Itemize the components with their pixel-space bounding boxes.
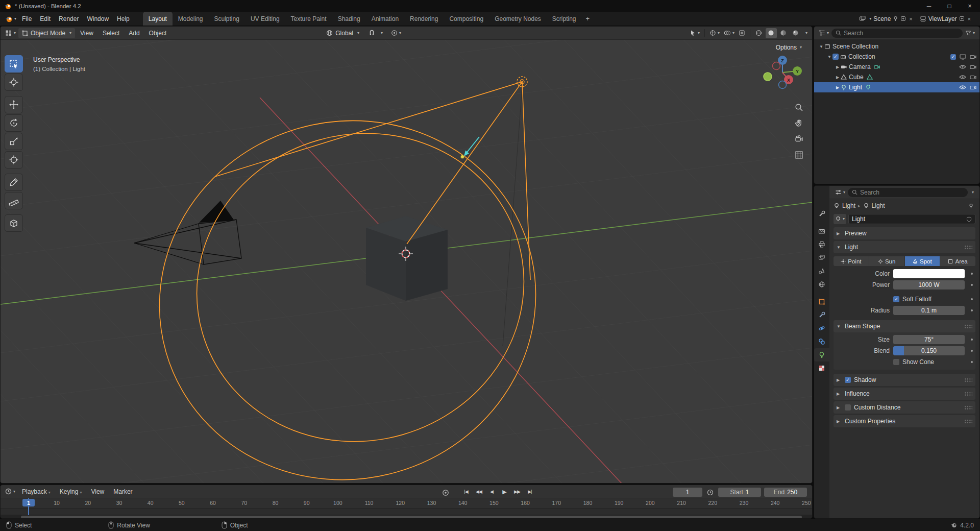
panel-shadow[interactable]: ▶ ✓ Shadow xyxy=(834,374,975,386)
disclosure-triangle-icon[interactable]: ▼ xyxy=(826,55,832,59)
hide-render-icon[interactable] xyxy=(970,54,976,60)
show-gizmo-dropdown[interactable]: ▾ xyxy=(708,28,721,38)
timeline-scrollbar[interactable] xyxy=(1,515,812,519)
tool-cursor[interactable] xyxy=(5,74,23,91)
tool-scale[interactable] xyxy=(5,133,23,150)
tab-output[interactable] xyxy=(814,238,829,251)
properties-search-input[interactable]: Search xyxy=(848,188,968,197)
workspace-tab-compositing[interactable]: Compositing xyxy=(444,12,489,26)
workspace-tab-shading[interactable]: Shading xyxy=(332,12,366,26)
remove-viewlayer-icon[interactable]: × xyxy=(967,16,972,22)
tool-select-box[interactable] xyxy=(5,55,23,73)
editor-type-button[interactable]: ▾ xyxy=(4,28,17,38)
add-workspace-button[interactable]: + xyxy=(582,12,594,26)
navigation-gizmo[interactable]: Z Y X xyxy=(759,47,806,94)
hide-render-icon[interactable] xyxy=(970,75,976,80)
workspace-tab-modeling[interactable]: Modeling xyxy=(173,12,209,26)
shading-rendered-button[interactable] xyxy=(790,28,801,38)
menu-edit[interactable]: Edit xyxy=(36,14,55,24)
outliner-search-input[interactable]: Search xyxy=(831,29,963,38)
power-field[interactable]: 1000 W xyxy=(893,280,965,289)
tab-render[interactable] xyxy=(814,225,829,238)
panel-custom-properties[interactable]: ▶ Custom Properties xyxy=(834,415,975,427)
end-frame-field[interactable]: End 250 xyxy=(764,488,807,497)
gizmo-z-negative[interactable] xyxy=(779,81,787,89)
minimize-button[interactable]: ─ xyxy=(919,0,939,12)
editor-type-button[interactable]: ▾ xyxy=(834,187,847,198)
editor-type-button[interactable]: ▾ xyxy=(817,28,830,38)
tab-texture[interactable] xyxy=(814,361,829,375)
outliner-row-cube[interactable]: ▶ Cube xyxy=(814,72,979,82)
shadow-checkbox[interactable]: ✓ xyxy=(845,377,851,383)
tab-scene[interactable] xyxy=(814,264,829,278)
fake-user-shield-icon[interactable] xyxy=(966,216,972,222)
mesh-data-icon[interactable] xyxy=(867,74,873,80)
panel-beam-shape[interactable]: ▼ Beam Shape xyxy=(834,320,975,332)
start-frame-field[interactable]: Start 1 xyxy=(718,488,761,497)
hide-viewport-icon[interactable] xyxy=(960,54,966,60)
workspace-tab-layout[interactable]: Layout xyxy=(143,12,173,26)
menu-help[interactable]: Help xyxy=(113,14,134,24)
panel-influence[interactable]: ▶ Influence xyxy=(834,388,975,400)
workspace-tab-texture-paint[interactable]: Texture Paint xyxy=(285,12,332,26)
animate-dot-icon[interactable] xyxy=(971,298,973,300)
tab-modifiers[interactable] xyxy=(814,308,829,322)
viewlayer-selector[interactable]: ViewLayer × xyxy=(918,14,974,23)
workspace-tab-uv-editing[interactable]: UV Editing xyxy=(245,12,285,26)
zoom-button[interactable] xyxy=(793,102,805,112)
next-keyframe-button[interactable]: ▶▶ xyxy=(511,487,523,497)
menu-window[interactable]: Window xyxy=(83,14,113,24)
hide-viewport-eye-icon[interactable] xyxy=(959,64,966,69)
disclosure-triangle-icon[interactable]: ▼ xyxy=(818,44,824,49)
scrollbar-thumb[interactable] xyxy=(21,516,802,519)
workspace-tab-rendering[interactable]: Rendering xyxy=(404,12,444,26)
breadcrumb-data[interactable]: Light xyxy=(872,202,885,209)
playhead-marker[interactable]: 1 xyxy=(22,499,35,506)
pin-id-button[interactable] xyxy=(967,201,975,211)
tab-view-layer[interactable] xyxy=(814,251,829,264)
timeline-menu-marker[interactable]: Marker xyxy=(109,487,136,497)
tab-physics[interactable] xyxy=(814,322,829,335)
workspace-tab-geometry-nodes[interactable]: Geometry Nodes xyxy=(489,12,547,26)
unlink-scene-icon[interactable]: × xyxy=(908,16,913,22)
tool-annotate[interactable] xyxy=(5,174,23,191)
color-swatch[interactable] xyxy=(893,269,965,278)
panel-preview[interactable]: ▶ Preview xyxy=(834,227,975,239)
shading-solid-button[interactable] xyxy=(766,28,777,38)
light-type-sun[interactable]: Sun xyxy=(869,256,904,266)
keying-set-button[interactable] xyxy=(705,487,715,497)
workspace-tab-sculpting[interactable]: Sculpting xyxy=(209,12,245,26)
size-field[interactable]: 75° xyxy=(893,335,965,344)
animate-dot-icon[interactable] xyxy=(971,273,973,275)
disclosure-triangle-icon[interactable]: ▶ xyxy=(835,85,841,90)
tab-object-data[interactable] xyxy=(814,348,829,361)
proportional-editing-toggle[interactable]: ▾ xyxy=(389,28,403,38)
filter-button[interactable]: ▾ xyxy=(964,28,976,38)
collection-checkbox[interactable]: ✓ xyxy=(832,54,839,60)
blend-slider[interactable]: 0.150 xyxy=(893,346,965,355)
menu-render[interactable]: Render xyxy=(55,14,83,24)
auto-keying-toggle[interactable] xyxy=(440,488,451,498)
play-reverse-button[interactable]: ◀ xyxy=(485,487,498,497)
light-data-icon[interactable] xyxy=(865,84,871,90)
tab-tool[interactable] xyxy=(814,207,829,221)
tab-world[interactable] xyxy=(814,278,829,291)
viewport-menu-select[interactable]: Select xyxy=(99,28,124,38)
snap-toggle[interactable] xyxy=(367,28,377,38)
panel-light[interactable]: ▼ Light xyxy=(834,241,975,253)
workspace-tab-scripting[interactable]: Scripting xyxy=(547,12,582,26)
tab-constraints[interactable] xyxy=(814,335,829,348)
animate-dot-icon[interactable] xyxy=(971,284,973,286)
hide-render-icon[interactable] xyxy=(970,64,976,70)
tab-object[interactable] xyxy=(814,295,829,308)
hide-render-icon[interactable] xyxy=(970,85,976,90)
outliner-row-camera[interactable]: ▶ Camera xyxy=(814,62,979,72)
maximize-button[interactable]: □ xyxy=(939,0,960,12)
disclosure-triangle-icon[interactable]: ▶ xyxy=(835,65,841,69)
tool-rotate[interactable] xyxy=(5,114,23,132)
transform-orientation-dropdown[interactable]: Global ▾ xyxy=(325,28,361,38)
timeline-menu-keying[interactable]: Keying▾ xyxy=(56,487,86,497)
viewport-scene[interactable] xyxy=(1,40,812,484)
breadcrumb-object[interactable]: Light xyxy=(842,202,855,209)
jump-to-start-button[interactable]: |◀ xyxy=(460,487,472,497)
